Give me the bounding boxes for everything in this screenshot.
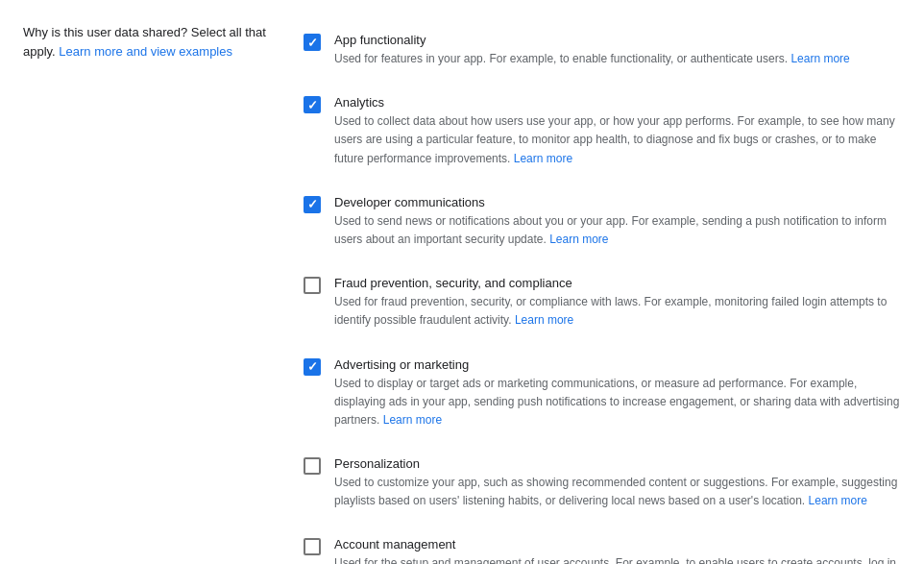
checkbox-input-advertising-marketing[interactable]: ✓ bbox=[304, 358, 321, 376]
checkbox-developer-communications: ✓ bbox=[304, 196, 321, 213]
option-content-fraud-prevention: Fraud prevention, security, and complian… bbox=[334, 276, 901, 330]
checkbox-personalization bbox=[304, 457, 321, 475]
checkmark-icon: ✓ bbox=[307, 360, 318, 373]
sidebar: Why is this user data shared? Select all… bbox=[23, 19, 273, 564]
option-content-account-management: Account managementUsed for the setup and… bbox=[334, 537, 901, 564]
option-title-fraud-prevention: Fraud prevention, security, and complian… bbox=[334, 276, 901, 290]
option-desc-analytics: Used to collect data about how users use… bbox=[334, 112, 901, 168]
option-title-advertising-marketing: Advertising or marketing bbox=[334, 357, 901, 372]
checkbox-app-functionality: ✓ bbox=[304, 34, 321, 51]
option-title-developer-communications: Developer communications bbox=[334, 195, 901, 209]
option-title-personalization: Personalization bbox=[334, 456, 901, 471]
sidebar-text: Why is this user data shared? Select all… bbox=[23, 25, 266, 59]
option-desc-app-functionality: Used for features in your app. For examp… bbox=[334, 50, 901, 68]
checkbox-input-account-management[interactable] bbox=[304, 538, 321, 555]
option-content-developer-communications: Developer communicationsUsed to send new… bbox=[334, 195, 901, 249]
option-desc-advertising-marketing: Used to display or target ads or marketi… bbox=[334, 375, 901, 430]
option-content-analytics: AnalyticsUsed to collect data about how … bbox=[334, 95, 901, 168]
checkbox-account-management bbox=[304, 538, 321, 555]
option-content-advertising-marketing: Advertising or marketingUsed to display … bbox=[334, 357, 901, 430]
checkmark-icon: ✓ bbox=[307, 37, 318, 49]
learn-more-link-app-functionality[interactable]: Learn more bbox=[790, 52, 849, 65]
main-container: Why is this user data shared? Select all… bbox=[23, 19, 901, 564]
list-item: ✓Developer communicationsUsed to send ne… bbox=[304, 182, 901, 262]
checkbox-advertising-marketing: ✓ bbox=[304, 358, 321, 376]
options-list: ✓App functionalityUsed for features in y… bbox=[304, 19, 901, 564]
checkbox-fraud-prevention bbox=[304, 277, 321, 294]
list-item: Fraud prevention, security, and complian… bbox=[304, 262, 901, 343]
list-item: ✓App functionalityUsed for features in y… bbox=[304, 19, 901, 82]
option-title-account-management: Account management bbox=[334, 537, 901, 552]
option-desc-account-management: Used for the setup and management of use… bbox=[334, 554, 901, 564]
list-item: ✓AnalyticsUsed to collect data about how… bbox=[304, 82, 901, 182]
learn-more-link-fraud-prevention[interactable]: Learn more bbox=[515, 313, 573, 327]
list-item: Account managementUsed for the setup and… bbox=[304, 524, 901, 564]
checkbox-input-developer-communications[interactable]: ✓ bbox=[304, 196, 321, 213]
checkbox-input-app-functionality[interactable]: ✓ bbox=[304, 34, 321, 51]
option-desc-developer-communications: Used to send news or notifications about… bbox=[334, 212, 901, 249]
option-content-app-functionality: App functionalityUsed for features in yo… bbox=[334, 33, 901, 68]
list-item: PersonalizationUsed to customize your ap… bbox=[304, 443, 901, 524]
option-title-analytics: Analytics bbox=[334, 95, 901, 110]
option-desc-fraud-prevention: Used for fraud prevention, security, or … bbox=[334, 293, 901, 330]
learn-more-link-analytics[interactable]: Learn more bbox=[514, 152, 572, 165]
checkmark-icon: ✓ bbox=[307, 99, 318, 111]
checkmark-icon: ✓ bbox=[307, 198, 318, 210]
checkbox-input-analytics[interactable]: ✓ bbox=[304, 96, 321, 113]
option-content-personalization: PersonalizationUsed to customize your ap… bbox=[334, 456, 901, 510]
checkbox-input-personalization[interactable] bbox=[304, 457, 321, 475]
option-desc-personalization: Used to customize your app, such as show… bbox=[334, 474, 901, 510]
learn-more-link-advertising-marketing[interactable]: Learn more bbox=[383, 413, 442, 427]
learn-more-link-developer-communications[interactable]: Learn more bbox=[549, 233, 608, 246]
checkbox-input-fraud-prevention[interactable] bbox=[304, 277, 321, 294]
list-item: ✓Advertising or marketingUsed to display… bbox=[304, 344, 901, 444]
sidebar-learn-more-link[interactable]: Learn more and view examples bbox=[59, 44, 232, 59]
option-title-app-functionality: App functionality bbox=[334, 33, 901, 47]
checkbox-analytics: ✓ bbox=[304, 96, 321, 113]
learn-more-link-personalization[interactable]: Learn more bbox=[809, 494, 867, 507]
